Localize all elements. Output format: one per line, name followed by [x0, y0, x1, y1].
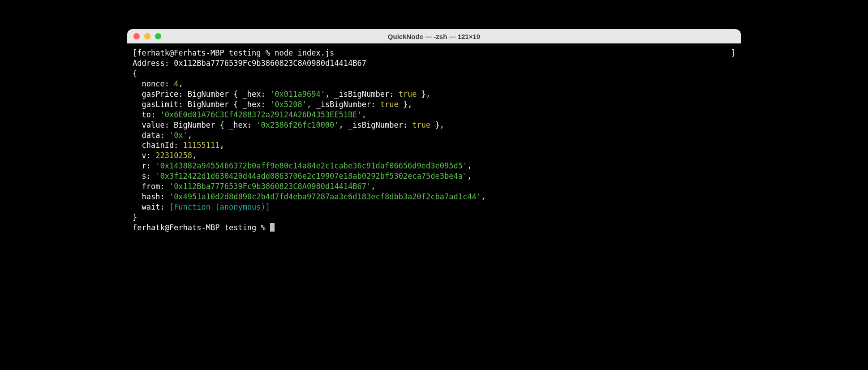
to-value: '0x6E0d01A76C3Cf4288372a29124A26D4353EE5… — [160, 110, 361, 119]
true-value: true — [399, 90, 417, 99]
terminal-body[interactable]: [ferhatk@Ferhats-MBP testing % node inde… — [127, 43, 741, 244]
bignum-suffix: }, — [417, 90, 431, 99]
title-bar: QuickNode — -zsh — 121×19 — [127, 29, 741, 43]
hash-value: '0x4951a10d2d8d890c2b4d7fd4eba97287aa3c6… — [169, 192, 481, 201]
true-value: true — [380, 100, 399, 109]
comma: , — [188, 131, 192, 140]
v-key: v: — [133, 151, 155, 160]
comma: , — [481, 192, 486, 201]
from-key: from: — [133, 182, 169, 191]
gas-price-key: gasPrice: BigNumber { _hex: — [133, 90, 270, 99]
comma: , — [362, 110, 366, 119]
value-hex: '0x2386f26fc10000' — [256, 120, 339, 129]
data-value: '0x' — [169, 131, 188, 140]
r-key: r: — [133, 161, 155, 170]
wait-key: wait: — [133, 202, 169, 211]
s-key: s: — [133, 172, 155, 181]
command-text: node index.js — [275, 48, 334, 57]
address-value: 0x112Bba7776539Fc9b3860823C8A0980d14414B… — [174, 59, 366, 68]
true-value: true — [412, 120, 430, 129]
chainid-value: 11155111 — [183, 141, 220, 150]
address-label: Address: — [133, 59, 174, 68]
is-bignum-key: , _isBigNumber: — [307, 100, 380, 109]
chainid-key: chainId: — [133, 141, 183, 150]
nonce-value: 4 — [174, 79, 178, 88]
data-key: data: — [133, 131, 169, 140]
is-bignum-key: , _isBigNumber: — [325, 90, 399, 99]
prompt-line-2: ferhatk@Ferhats-MBP testing % — [133, 223, 270, 232]
bignum-suffix: }, — [399, 100, 413, 109]
comma: , — [467, 172, 472, 181]
terminal-window: QuickNode — -zsh — 121×19 [ferhatk@Ferha… — [127, 29, 741, 244]
s-value: '0x3f12422d1d630420d44add0863706e2c19907… — [155, 172, 467, 181]
v-value: 22310258 — [155, 151, 192, 160]
comma: , — [178, 79, 183, 88]
maximize-icon[interactable] — [155, 33, 161, 39]
minimize-icon[interactable] — [144, 33, 150, 39]
from-value: '0x112Bba7776539Fc9b3860823C8A0980d14414… — [169, 182, 371, 191]
comma: , — [371, 182, 375, 191]
comma: , — [192, 151, 197, 160]
gas-limit-hex: '0x5208' — [270, 100, 307, 109]
bracket-right: ] — [731, 48, 735, 58]
gas-price-hex: '0x011a9694' — [270, 90, 325, 99]
to-key: to: — [133, 110, 160, 119]
hash-key: hash: — [133, 192, 169, 201]
r-value: '0x143882a9455466372b0aff9e80c14a84e2c1c… — [155, 161, 467, 170]
close-brace: } — [133, 212, 735, 223]
value-key: value: BigNumber { _hex: — [133, 120, 256, 129]
bignum-suffix: }, — [430, 120, 444, 129]
wait-value: [Function (anonymous)] — [169, 202, 270, 211]
prompt-prefix: [ferhatk@Ferhats-MBP testing % — [133, 48, 275, 57]
traffic-lights — [133, 33, 161, 39]
open-brace: { — [133, 69, 735, 79]
gas-limit-key: gasLimit: BigNumber { _hex: — [133, 100, 270, 109]
is-bignum-key: , _isBigNumber: — [339, 120, 413, 129]
prompt-line: [ferhatk@Ferhats-MBP testing % node inde… — [133, 48, 334, 58]
nonce-key: nonce: — [133, 79, 174, 88]
comma: , — [467, 161, 472, 170]
comma: , — [219, 141, 224, 150]
close-icon[interactable] — [133, 33, 140, 39]
window-title: QuickNode — -zsh — 121×19 — [127, 33, 741, 40]
cursor-icon — [270, 223, 275, 232]
